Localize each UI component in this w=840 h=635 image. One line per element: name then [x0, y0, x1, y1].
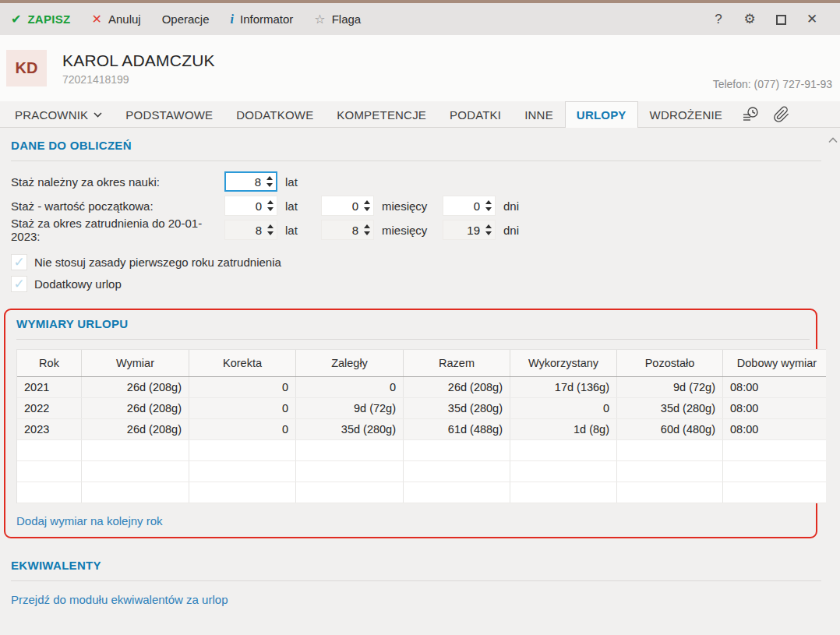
table-cell[interactable]: 35d (280g): [617, 398, 723, 418]
table-cell[interactable]: [296, 461, 404, 482]
table-cell[interactable]: 0: [296, 377, 404, 397]
save-button[interactable]: ✔ ZAPISZ: [11, 12, 71, 26]
table-cell[interactable]: 08:00: [723, 419, 831, 439]
table-cell[interactable]: 26d (208g): [404, 377, 510, 397]
table-cell[interactable]: [82, 440, 189, 460]
column-header[interactable]: Rok: [17, 350, 82, 376]
spin-up-icon[interactable]: [267, 224, 274, 228]
table-cell[interactable]: 17d (136g): [510, 377, 617, 397]
staz-zatrudnienie-miesiace-input[interactable]: [322, 224, 361, 237]
staz-poczatkowy-lat-spinner[interactable]: [224, 196, 277, 216]
informator-button[interactable]: i Informator: [231, 12, 294, 26]
spin-up-icon[interactable]: [485, 200, 492, 204]
spin-up-icon[interactable]: [364, 224, 370, 228]
spin-up-icon[interactable]: [364, 200, 370, 204]
table-cell[interactable]: [510, 461, 617, 482]
table-cell[interactable]: [404, 440, 510, 460]
maximize-button[interactable]: [765, 12, 796, 27]
column-header[interactable]: Wykorzystany: [510, 350, 617, 376]
table-cell[interactable]: [617, 440, 723, 460]
checkbox-dodatkowy-urlop[interactable]: ✓: [11, 276, 27, 292]
operations-menu-button[interactable]: Operacje: [162, 12, 210, 26]
table-cell[interactable]: 35d (280g): [296, 419, 404, 439]
spinner-buttons[interactable]: [482, 200, 495, 211]
table-cell[interactable]: [17, 482, 82, 503]
staz-zatrudnienie-miesiace-spinner[interactable]: [321, 220, 374, 240]
history-button[interactable]: [742, 106, 761, 123]
table-cell[interactable]: 35d (280g): [404, 398, 510, 418]
table-cell[interactable]: [723, 461, 831, 482]
column-header[interactable]: Korekta: [189, 350, 296, 376]
table-row[interactable]: 202126d (208g)0026d (208g)17d (136g)9d (…: [17, 377, 831, 398]
table-cell[interactable]: 08:00: [723, 377, 831, 397]
spin-down-icon[interactable]: [266, 183, 273, 187]
table-cell[interactable]: [82, 482, 189, 503]
column-header[interactable]: Dobowy wymiar: [723, 350, 831, 376]
cancel-button[interactable]: ✕ Anuluj: [92, 12, 141, 26]
table-cell[interactable]: 0: [510, 398, 617, 418]
spin-down-icon[interactable]: [267, 231, 274, 235]
table-cell[interactable]: 9d (72g): [617, 377, 723, 397]
staz-nauki-lat-input[interactable]: [226, 175, 263, 189]
table-cell[interactable]: [82, 461, 189, 482]
table-cell[interactable]: [510, 440, 617, 460]
column-header[interactable]: Zaległy: [296, 350, 404, 376]
tab-podatki[interactable]: PODATKI: [438, 101, 513, 127]
ekwiwalenty-module-link[interactable]: Przejdź do modułu ekwiwalentów za urlop: [11, 593, 821, 606]
spin-down-icon[interactable]: [364, 231, 370, 235]
table-cell[interactable]: [404, 482, 510, 503]
table-cell[interactable]: 26d (208g): [82, 398, 189, 418]
table-cell[interactable]: 60d (480g): [617, 419, 723, 439]
tab-inne[interactable]: INNE: [513, 101, 565, 127]
staz-nauki-lat-spinner[interactable]: [224, 171, 277, 192]
spin-down-icon[interactable]: [485, 207, 492, 211]
table-cell[interactable]: 26d (208g): [82, 377, 189, 397]
table-cell[interactable]: [296, 440, 404, 460]
column-header[interactable]: Pozostało: [617, 350, 723, 376]
table-row[interactable]: 202226d (208g)09d (72g)35d (280g)035d (2…: [17, 398, 831, 419]
help-button[interactable]: ?: [703, 12, 734, 27]
spin-up-icon[interactable]: [267, 200, 274, 204]
table-cell[interactable]: [510, 482, 617, 503]
attachments-button[interactable]: [773, 106, 790, 123]
table-row[interactable]: [17, 482, 831, 503]
staz-poczatkowy-dni-spinner[interactable]: [443, 196, 496, 216]
table-cell[interactable]: 0: [189, 377, 296, 397]
scroll-up-button[interactable]: [828, 132, 838, 146]
checkbox-pierwszy-rok[interactable]: ✓: [11, 254, 27, 270]
tab-pracownik[interactable]: PRACOWNIK: [3, 101, 114, 127]
flag-button[interactable]: ☆ Flaga: [314, 12, 361, 26]
staz-zatrudnienie-dni-input[interactable]: [443, 224, 482, 237]
table-cell[interactable]: 0: [189, 398, 296, 418]
table-cell[interactable]: [189, 440, 296, 460]
column-header[interactable]: Razem: [404, 350, 510, 376]
table-cell[interactable]: 2021: [17, 377, 82, 397]
table-cell[interactable]: 2022: [17, 398, 82, 418]
table-cell[interactable]: [17, 461, 82, 482]
table-cell[interactable]: 61d (488g): [404, 419, 510, 439]
tab-urlopy[interactable]: URLOPY: [565, 101, 638, 128]
spinner-buttons[interactable]: [263, 176, 276, 187]
table-cell[interactable]: [404, 461, 510, 482]
table-cell[interactable]: 0: [189, 419, 296, 439]
spinner-buttons[interactable]: [482, 224, 495, 235]
spin-down-icon[interactable]: [267, 207, 274, 211]
spinner-buttons[interactable]: [264, 200, 277, 211]
staz-zatrudnienie-dni-spinner[interactable]: [443, 220, 496, 240]
settings-button[interactable]: ⚙: [734, 11, 765, 27]
staz-poczatkowy-dni-input[interactable]: [443, 199, 482, 213]
add-next-year-link[interactable]: Dodaj wymiar na kolejny rok: [16, 514, 810, 527]
table-cell[interactable]: [296, 482, 404, 503]
staz-zatrudnienie-lat-spinner[interactable]: [224, 220, 277, 240]
tab-dodatkowe[interactable]: DODATKOWE: [224, 101, 325, 127]
spinner-buttons[interactable]: [264, 224, 277, 235]
table-cell[interactable]: [723, 440, 831, 460]
table-row[interactable]: [17, 461, 831, 482]
table-cell[interactable]: [617, 482, 723, 503]
table-cell[interactable]: [617, 461, 723, 482]
staz-poczatkowy-miesiace-spinner[interactable]: [321, 196, 374, 216]
staz-zatrudnienie-lat-input[interactable]: [225, 224, 264, 237]
table-row[interactable]: 202326d (208g)035d (280g)61d (488g)1d (8…: [17, 419, 831, 440]
table-cell[interactable]: 1d (8g): [510, 419, 617, 439]
spinner-buttons[interactable]: [361, 200, 373, 211]
